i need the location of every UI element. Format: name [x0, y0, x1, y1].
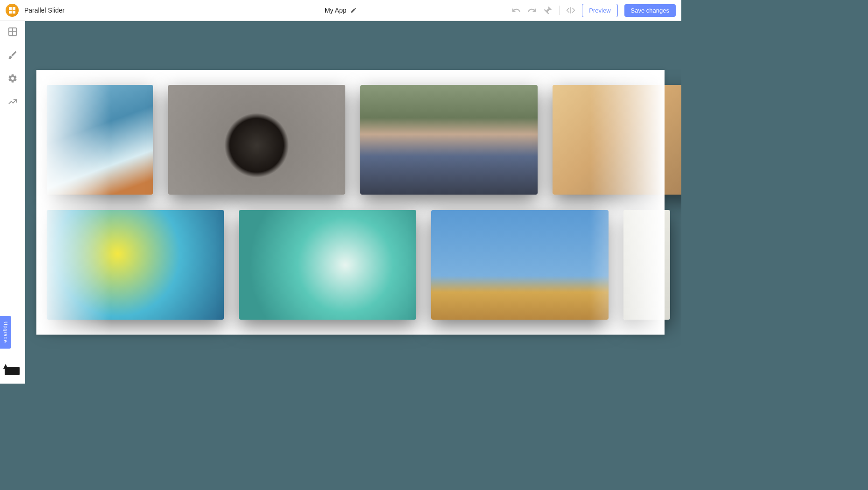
- gear-icon[interactable]: [7, 73, 18, 84]
- slide-beach[interactable]: [623, 210, 670, 320]
- save-button[interactable]: Save changes: [624, 4, 676, 17]
- undo-icon[interactable]: [511, 6, 521, 15]
- plugin-name: Parallel Slider: [24, 7, 64, 14]
- slide-dog[interactable]: [168, 85, 345, 195]
- slide-group[interactable]: [553, 85, 681, 195]
- chart-icon[interactable]: [7, 97, 18, 107]
- edit-name-icon[interactable]: [350, 7, 357, 14]
- slide-car[interactable]: [360, 85, 538, 195]
- app-name-container: My App: [325, 7, 357, 14]
- image-holi: [47, 210, 224, 320]
- upgrade-button[interactable]: Upgrade: [0, 316, 11, 349]
- top-bar: Parallel Slider My App Preview Save chan…: [0, 0, 681, 21]
- image-dog: [168, 85, 345, 195]
- console-icon[interactable]: [5, 367, 20, 375]
- image-beach: [623, 210, 670, 320]
- image-car: [360, 85, 538, 195]
- slide-carousel[interactable]: [431, 210, 609, 320]
- redo-icon[interactable]: [527, 6, 537, 15]
- code-icon[interactable]: [566, 6, 575, 15]
- image-surf: [239, 210, 416, 320]
- slider-row-1: [47, 85, 681, 195]
- logo-grid-icon: [9, 7, 15, 14]
- image-group: [553, 85, 681, 195]
- preview-button[interactable]: Preview: [582, 4, 617, 17]
- hammer-icon[interactable]: [543, 6, 553, 15]
- toolbar-divider: [559, 6, 560, 15]
- layout-icon[interactable]: [7, 27, 18, 37]
- image-swing: [47, 85, 153, 195]
- slider-canvas: [36, 70, 665, 335]
- image-carousel: [431, 210, 609, 320]
- slide-swing[interactable]: [47, 85, 153, 195]
- app-logo[interactable]: [6, 4, 19, 17]
- top-right-tools: Preview Save changes: [511, 4, 676, 17]
- slide-surf[interactable]: [239, 210, 416, 320]
- slide-holi[interactable]: [47, 210, 224, 320]
- slider-row-2: [47, 210, 670, 320]
- app-name: My App: [325, 7, 347, 14]
- brush-icon[interactable]: [7, 50, 18, 60]
